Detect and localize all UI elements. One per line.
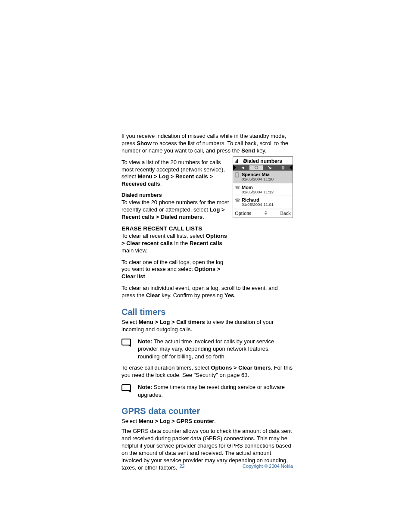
text: To erase call duration timers, select (121, 364, 211, 371)
tab-arrow-left-icon (233, 165, 236, 171)
text: main view. (121, 247, 148, 254)
subhead-dialed-numbers: Dialed numbers (121, 192, 231, 198)
arrow-up-icon (243, 159, 247, 165)
call-item[interactable]: ☎ Richard 01/05/2004 11:01 (233, 196, 293, 209)
tab-dialed-icon (249, 165, 263, 170)
note-text: Note: The actual time invoiced for calls… (138, 338, 293, 361)
text: Some timers may be reset during service … (138, 384, 285, 398)
paragraph-received-calls: To view a list of the 20 numbers for cal… (121, 159, 231, 188)
view-name: Recent calls (190, 240, 222, 246)
text: . (214, 418, 216, 424)
svg-point-4 (255, 166, 258, 169)
call-date: 01/05/2004 11:20 (242, 177, 291, 181)
paragraph-gprs-select: Select Menu > Log > GPRS counter. (121, 418, 293, 425)
paragraph-call-timers: Select Menu > Log > Call timers to view … (121, 319, 293, 333)
note-label: Note: (138, 338, 152, 345)
call-item[interactable]: Spencer Mia 01/05/2004 11:20 (233, 171, 293, 184)
key-yes: Yes (224, 292, 234, 299)
phone-title-text: Dialed numbers (243, 158, 282, 164)
page-number: 22 (121, 464, 243, 469)
heading-call-timers: Call timers (121, 307, 293, 317)
sim-icon (235, 172, 240, 178)
tab-arrow-right-icon (290, 165, 293, 171)
phone-tabs: ◄ (233, 165, 293, 171)
paragraph-clear-one: To clear one of the call logs, open the … (121, 259, 231, 281)
call-date: 01/05/2004 11:01 (242, 202, 291, 207)
note-label: Note: (138, 384, 152, 390)
svg-rect-2 (237, 160, 237, 163)
text: key. Confirm by pressing (160, 292, 224, 299)
paragraph-clear-event: To clear an individual event, open a log… (121, 285, 293, 299)
call-item[interactable]: ☎ Mom 01/05/2004 11:12 (233, 184, 293, 196)
note-icon (121, 383, 135, 395)
note-invoice-vary: Note: The actual time invoiced for calls… (121, 338, 293, 361)
menu-path: Menu > Log > Call timers (139, 319, 205, 325)
key-show: Show (137, 140, 152, 146)
text: To clear all recent call lists, select (121, 233, 206, 239)
text: key. (255, 147, 267, 154)
menu-path: Menu > Log > GPRS counter (139, 418, 215, 424)
key-send: Send (241, 147, 255, 154)
text: . (160, 180, 162, 187)
text: . (145, 273, 147, 280)
svg-rect-3 (237, 159, 238, 163)
text: . (202, 214, 204, 220)
nav-updown-icon[interactable] (264, 210, 268, 216)
signal-icon (235, 158, 238, 164)
tab-all-icon (276, 165, 290, 170)
heading-erase-lists: ERASE RECENT CALL LISTS (121, 225, 231, 232)
note-icon (121, 338, 135, 350)
text: in the (173, 240, 190, 246)
phone-titlebar: Dialed numbers (233, 157, 293, 165)
text: The actual time invoiced for calls by yo… (138, 338, 274, 360)
paragraph-dialed-numbers: To view the 20 phone numbers for the mos… (121, 199, 231, 221)
note-timers-reset: Note: Some timers may be reset during se… (121, 383, 293, 398)
svg-rect-0 (235, 162, 236, 163)
tab-received-icon (263, 165, 276, 170)
text: Select (121, 319, 139, 325)
page-footer: 22 Copyright © 2004 Nokia (121, 464, 293, 469)
text: . (234, 292, 236, 299)
svg-rect-1 (236, 161, 237, 163)
call-date: 01/05/2004 11:12 (242, 190, 291, 194)
paragraph-clear-all: To clear all recent call lists, select O… (121, 233, 231, 255)
phone-softkeys: Options Back (233, 209, 293, 218)
note-text: Note: Some timers may be reset during se… (138, 383, 293, 398)
text: Select (121, 418, 139, 424)
phone-screenshot: Dialed numbers ◄ Spencer Mia 01/05/2004 … (233, 156, 293, 218)
heading-gprs-counter: GPRS data counter (121, 406, 293, 416)
key-clear: Clear (146, 292, 160, 299)
phone-icon: ☎ (235, 198, 240, 202)
phone-icon: ☎ (235, 185, 240, 190)
softkey-options[interactable]: Options (235, 210, 251, 217)
menu-path: Options > Clear timers (211, 364, 271, 371)
tab-missed-icon: ◄ (236, 165, 249, 170)
copyright: Copyright © 2004 Nokia (243, 464, 293, 469)
softkey-back[interactable]: Back (280, 210, 291, 217)
paragraph-missed-calls: If you receive indication of missed call… (121, 133, 293, 155)
call-list: Spencer Mia 01/05/2004 11:20 ☎ Mom 01/05… (233, 171, 293, 209)
call-name: Mom (242, 185, 291, 190)
svg-rect-5 (235, 173, 239, 177)
paragraph-erase-timers: To erase call duration timers, select Op… (121, 364, 293, 379)
